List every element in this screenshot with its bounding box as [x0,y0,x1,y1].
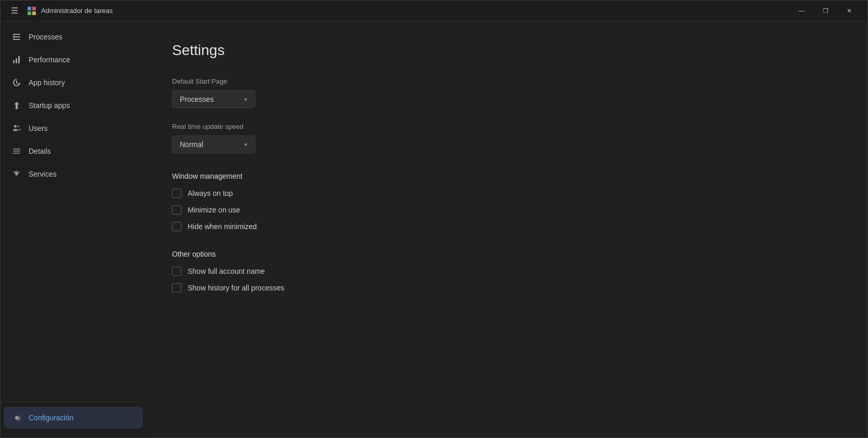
svg-rect-3 [32,11,36,15]
startup-apps-icon [12,101,21,110]
show-history-all-processes-checkbox[interactable] [172,283,181,293]
sidebar-item-details[interactable]: Details [4,140,143,162]
svg-rect-15 [13,153,20,154]
maximize-button[interactable]: ❐ [813,3,837,19]
show-full-account-name-row[interactable]: Show full account name [172,267,841,276]
svg-rect-1 [32,7,36,10]
svg-rect-14 [13,151,20,152]
sidebar-item-app-history[interactable]: App history [4,72,143,94]
sidebar-item-settings-label: Configuración [29,414,73,422]
svg-rect-10 [18,56,20,63]
details-icon [12,147,21,156]
sidebar-item-performance-label: Performance [29,56,70,64]
svg-point-16 [16,173,18,176]
default-start-page-value: Processes [180,95,214,103]
sidebar-item-processes[interactable]: Processes [4,26,143,48]
sidebar-item-services[interactable]: Services [4,163,143,185]
page-title: Settings [172,42,841,59]
sidebar-item-services-label: Services [29,170,57,178]
hamburger-icon: ☰ [11,6,18,16]
sidebar-item-processes-label: Processes [29,33,62,41]
titlebar-title: Administrador de tareas [41,7,790,15]
sidebar-item-details-label: Details [29,147,51,155]
default-start-page-label: Default Start Page [172,77,841,85]
svg-rect-7 [13,34,15,40]
sidebar-item-app-history-label: App history [29,78,65,87]
show-history-all-processes-label: Show history for all processes [188,284,284,292]
sidebar-item-users[interactable]: Users [4,117,143,139]
sidebar-item-startup-apps[interactable]: Startup apps [4,95,143,116]
sidebar-item-users-label: Users [29,124,48,132]
svg-rect-9 [16,58,17,63]
minimize-on-use-row[interactable]: Minimize on use [172,205,841,215]
realtime-update-speed-value: Normal [180,140,203,149]
hide-when-minimized-row[interactable]: Hide when minimized [172,222,841,231]
svg-rect-2 [28,11,31,15]
always-on-top-label: Always on top [188,189,233,197]
other-options-heading: Other options [172,250,841,258]
sidebar-item-performance[interactable]: Performance [4,49,143,71]
performance-icon [12,55,21,64]
default-start-page-dropdown[interactable]: Processes ▾ [172,90,255,108]
services-icon [12,169,21,179]
processes-icon [12,32,21,42]
settings-content: Settings Default Start Page Processes ▾ … [146,21,867,437]
minimize-on-use-label: Minimize on use [188,206,240,214]
main-content: Processes Performance [1,21,867,437]
show-full-account-name-label: Show full account name [188,267,265,275]
dropdown-arrow-icon: ▾ [244,96,247,103]
svg-rect-0 [28,7,31,10]
titlebar: ☰ Administrador de tareas — ❐ ✕ [1,1,867,21]
always-on-top-row[interactable]: Always on top [172,189,841,198]
sidebar-item-settings[interactable]: Configuración [4,407,143,429]
minimize-button[interactable]: — [790,3,813,19]
hide-when-minimized-checkbox[interactable] [172,222,181,231]
app-history-icon [12,78,21,87]
users-icon [12,124,21,133]
app-window: ☰ Administrador de tareas — ❐ ✕ [0,0,868,438]
window-controls: — ❐ ✕ [790,3,861,19]
dropdown-arrow-speed-icon: ▾ [244,141,247,148]
realtime-update-speed-dropdown[interactable]: Normal ▾ [172,136,255,153]
svg-rect-8 [13,60,15,63]
always-on-top-checkbox[interactable] [172,189,181,198]
close-button[interactable]: ✕ [837,3,861,19]
realtime-update-speed-label: Real time update speed [172,123,841,130]
show-history-all-processes-row[interactable]: Show history for all processes [172,283,841,293]
app-icon [27,6,37,16]
show-full-account-name-checkbox[interactable] [172,267,181,276]
sidebar-item-startup-apps-label: Startup apps [29,101,70,110]
svg-rect-13 [13,149,20,150]
menu-button[interactable]: ☰ [7,3,22,19]
hide-when-minimized-label: Hide when minimized [188,222,257,231]
settings-icon [12,413,21,422]
minimize-on-use-checkbox[interactable] [172,205,181,215]
svg-point-12 [18,125,20,127]
svg-point-11 [14,125,17,128]
window-management-heading: Window management [172,172,841,180]
sidebar: Processes Performance [1,21,146,437]
sidebar-bottom: Configuración [1,402,146,433]
